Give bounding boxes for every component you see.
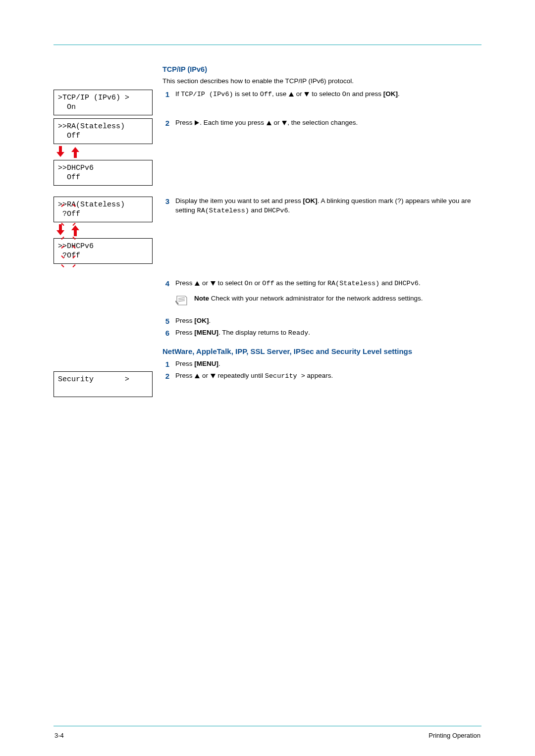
arrow-down-icon bbox=[56, 146, 64, 158]
text: Press bbox=[175, 279, 194, 287]
mono-text: Ready bbox=[288, 329, 309, 337]
mono-text: On bbox=[245, 280, 253, 287]
text: . bbox=[209, 317, 211, 324]
text: or bbox=[253, 279, 263, 287]
text: . The display returns to bbox=[218, 329, 288, 336]
lcd-dhcpv6: >>DHCPv6 Off bbox=[54, 160, 153, 186]
mono-text: RA(Stateless) bbox=[327, 280, 379, 287]
text: Press bbox=[175, 372, 194, 379]
lcd-ra-stateless-blink: >>RA(Stateless) ?Off bbox=[54, 197, 153, 222]
ok-label: [OK] bbox=[303, 197, 317, 204]
triangle-up-icon bbox=[195, 279, 200, 288]
triangle-down-icon bbox=[211, 279, 215, 288]
text: . bbox=[288, 206, 290, 214]
section-title-netware: NetWare, AppleTalk, IPP, SSL Server, IPS… bbox=[162, 347, 482, 356]
triangle-up-icon bbox=[289, 90, 294, 99]
mono-text: Off bbox=[262, 280, 274, 287]
text: Press bbox=[175, 329, 194, 336]
lcd-security: Security > bbox=[54, 371, 153, 397]
mono-text: On bbox=[342, 91, 350, 98]
step-number: 1 bbox=[162, 359, 169, 369]
text: . bbox=[308, 329, 310, 336]
step-body: Press or to select On or Off as the sett… bbox=[175, 279, 482, 308]
mono-text: DHCPv6 bbox=[394, 280, 419, 287]
ok-label: [OK] bbox=[194, 317, 209, 324]
page-number: 3-4 bbox=[54, 731, 64, 740]
row-steps-456: 4 Press or to select On or Off as the se… bbox=[54, 279, 482, 369]
note-text: Note Check with your network administrat… bbox=[194, 294, 482, 303]
top-rule bbox=[54, 45, 482, 45]
section-title-tcpip: TCP/IP (IPv6) bbox=[162, 65, 482, 75]
lcd-line: Off bbox=[58, 173, 80, 182]
mono-text: DHCPv6 bbox=[264, 207, 288, 214]
lcd-dhcpv6-blink: >>DHCPv6 ?Off bbox=[54, 238, 153, 264]
mono-text: ? bbox=[397, 198, 401, 205]
ok-label: [OK] bbox=[383, 90, 398, 98]
text: and bbox=[249, 206, 264, 214]
triangle-down-icon bbox=[282, 118, 287, 127]
arrow-up-icon bbox=[71, 146, 79, 158]
step-number: 5 bbox=[162, 316, 169, 326]
menu-label: [MENU] bbox=[194, 360, 218, 367]
text: and press bbox=[350, 90, 383, 98]
text: . bbox=[419, 279, 421, 287]
arrow-down-icon bbox=[56, 224, 64, 236]
text: to select bbox=[216, 279, 245, 287]
lcd-line: >>RA(Stateless) bbox=[58, 122, 125, 131]
text: as the setting for bbox=[274, 279, 327, 287]
lcd-line: Off bbox=[58, 132, 80, 140]
note-icon bbox=[175, 294, 189, 308]
text: Press bbox=[175, 317, 194, 324]
step-body: Press or repeatedly until Security > app… bbox=[175, 371, 482, 381]
text: . A blinking question mark ( bbox=[318, 197, 397, 204]
mono-text: Security > bbox=[265, 372, 305, 380]
text: repeatedly until bbox=[216, 372, 265, 379]
lcd-line: >TCP/IP (IPv6) > bbox=[58, 94, 129, 102]
arrows-row bbox=[54, 144, 154, 160]
triangle-down-icon bbox=[304, 90, 309, 99]
step-body: Press . Each time you press or , the sel… bbox=[175, 118, 482, 128]
step-body: Press [MENU]. bbox=[175, 359, 482, 368]
step-number: 2 bbox=[162, 371, 169, 381]
arrow-up-icon bbox=[71, 224, 79, 236]
step-number: 6 bbox=[162, 328, 169, 338]
section-intro: This section describes how to enable the… bbox=[162, 77, 482, 86]
note-row: Note Check with your network administrat… bbox=[175, 294, 482, 308]
text: and bbox=[379, 279, 394, 287]
bottom-rule bbox=[54, 726, 482, 726]
lcd-line: >>DHCPv6 bbox=[58, 164, 94, 172]
triangle-right-icon bbox=[195, 118, 199, 127]
text: If bbox=[175, 90, 181, 98]
row-section2-step2: Security > 2 Press or repeatedly until S… bbox=[54, 371, 482, 397]
step-body: Display the item you want to set and pre… bbox=[175, 197, 482, 215]
menu-label: [MENU] bbox=[194, 329, 218, 336]
text: Press bbox=[175, 119, 194, 126]
lcd-line: Security > bbox=[58, 375, 129, 384]
step-number: 4 bbox=[162, 279, 169, 289]
text: , use bbox=[272, 90, 288, 98]
text: appears. bbox=[305, 372, 333, 379]
text: . bbox=[398, 90, 400, 98]
text: to selecto bbox=[310, 90, 342, 98]
mono-text: Off bbox=[260, 91, 272, 98]
text: . bbox=[218, 360, 220, 367]
text: Check with your network administrator fo… bbox=[209, 295, 423, 302]
blink-marks bbox=[59, 249, 95, 287]
mono-text: TCP/IP (IPv6) bbox=[181, 91, 233, 98]
step-number: 3 bbox=[162, 197, 169, 206]
step-body: Press [OK]. bbox=[175, 316, 482, 325]
triangle-up-icon bbox=[195, 371, 200, 380]
footer-title: Printing Operation bbox=[428, 731, 481, 740]
row-step-1: >TCP/IP (IPv6) > On 1 If TCP/IP (IPv6) i… bbox=[54, 90, 482, 115]
text: , the selection changes. bbox=[287, 119, 358, 126]
row-step-2: >>RA(Stateless) Off >>DHCPv6 Off 2 Press… bbox=[54, 118, 482, 186]
row-step-3: >>RA(Stateless) ?Off >>DHCPv6 ?Off 3 bbox=[54, 197, 482, 264]
lcd-tcpip-ipv6: >TCP/IP (IPv6) > On bbox=[54, 90, 153, 115]
mono-text: RA(Stateless) bbox=[197, 207, 249, 214]
block-heading: TCP/IP (IPv6) This section describes how… bbox=[54, 65, 482, 90]
note-label: Note bbox=[194, 295, 209, 302]
text: Display the item you want to set and pre… bbox=[175, 197, 303, 204]
step-number: 1 bbox=[162, 90, 169, 100]
step-body: Press [MENU]. The display returns to Rea… bbox=[175, 328, 482, 338]
text: . Each time you press bbox=[200, 119, 266, 126]
